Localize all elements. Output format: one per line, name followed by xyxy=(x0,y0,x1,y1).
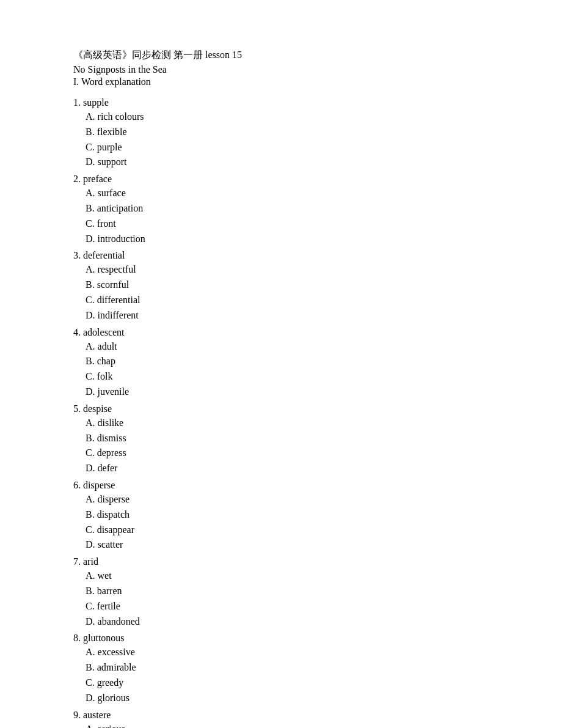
option-item: B. chap xyxy=(86,354,489,369)
question-word: 5. despise xyxy=(73,403,489,414)
option-item: A. dislike xyxy=(86,416,489,431)
option-item: B. admirable xyxy=(86,660,489,675)
options-list: A. respectfulB. scornfulC. differentialD… xyxy=(86,262,489,323)
question-word: 1. supple xyxy=(73,97,489,108)
option-item: B. anticipation xyxy=(86,201,489,216)
option-item: D. introduction xyxy=(86,232,489,247)
option-item: D. support xyxy=(86,155,489,170)
options-list: A. wetB. barrenC. fertileD. abandoned xyxy=(86,568,489,629)
option-item: A. adult xyxy=(86,339,489,355)
option-item: C. purple xyxy=(86,140,489,155)
option-item: B. dismiss xyxy=(86,431,489,446)
option-item: C. disappear xyxy=(86,523,489,538)
option-item: A. wet xyxy=(86,568,489,584)
option-item: A. respectful xyxy=(86,262,489,278)
question-word: 6. disperse xyxy=(73,480,489,491)
question-item: 9. austereA. serious xyxy=(73,710,489,729)
question-item: 8. gluttonousA. excessiveB. admirableC. … xyxy=(73,633,489,705)
questions-list: 1. suppleA. rich coloursB. flexibleC. pu… xyxy=(73,97,489,728)
option-item: C. depress xyxy=(86,446,489,461)
question-item: 7. aridA. wetB. barrenC. fertileD. aband… xyxy=(73,556,489,629)
option-item: C. greedy xyxy=(86,675,489,691)
option-item: D. scatter xyxy=(86,537,489,553)
option-item: C. front xyxy=(86,216,489,232)
options-list: A. disperseB. dispatchC. disappearD. sca… xyxy=(86,492,489,553)
option-item: A. surface xyxy=(86,186,489,201)
option-item: B. dispatch xyxy=(86,507,489,523)
options-list: A. adultB. chapC. folkD. juvenile xyxy=(86,339,489,400)
question-item: 6. disperseA. disperseB. dispatchC. disa… xyxy=(73,480,489,553)
question-item: 3. deferentialA. respectfulB. scornfulC.… xyxy=(73,250,489,323)
option-item: D. defer xyxy=(86,461,489,476)
option-item: D. glorious xyxy=(86,691,489,706)
option-item: C. folk xyxy=(86,369,489,384)
section-title: I. Word explanation xyxy=(73,76,489,87)
option-item: C. differential xyxy=(86,293,489,308)
header-title: 《高级英语》同步检测 第一册 lesson 15 xyxy=(73,49,489,62)
option-item: D. juvenile xyxy=(86,384,489,400)
option-item: D. indifferent xyxy=(86,308,489,323)
question-word: 9. austere xyxy=(73,710,489,721)
page-container: 《高级英语》同步检测 第一册 lesson 15 No Signposts in… xyxy=(73,49,489,728)
option-item: A. disperse xyxy=(86,492,489,507)
option-item: A. rich colours xyxy=(86,109,489,125)
question-word: 3. deferential xyxy=(73,250,489,261)
question-word: 8. gluttonous xyxy=(73,633,489,644)
option-item: A. serious xyxy=(86,722,489,729)
options-list: A. rich coloursB. flexibleC. purpleD. su… xyxy=(86,109,489,170)
question-word: 4. adolescent xyxy=(73,327,489,338)
question-word: 2. preface xyxy=(73,174,489,185)
options-list: A. serious xyxy=(86,722,489,729)
question-item: 4. adolescentA. adultB. chapC. folkD. ju… xyxy=(73,327,489,400)
option-item: C. fertile xyxy=(86,599,489,614)
question-item: 1. suppleA. rich coloursB. flexibleC. pu… xyxy=(73,97,489,170)
option-item: A. excessive xyxy=(86,645,489,660)
question-item: 2. prefaceA. surfaceB. anticipationC. fr… xyxy=(73,174,489,246)
options-list: A. dislikeB. dismissC. depressD. defer xyxy=(86,416,489,476)
option-item: B. flexible xyxy=(86,125,489,140)
options-list: A. excessiveB. admirableC. greedyD. glor… xyxy=(86,645,489,705)
option-item: D. abandoned xyxy=(86,614,489,630)
option-item: B. barren xyxy=(86,584,489,599)
question-word: 7. arid xyxy=(73,556,489,567)
option-item: B. scornful xyxy=(86,278,489,293)
question-item: 5. despiseA. dislikeB. dismissC. depress… xyxy=(73,403,489,476)
subtitle: No Signposts in the Sea xyxy=(73,64,489,75)
options-list: A. surfaceB. anticipationC. frontD. intr… xyxy=(86,186,489,246)
